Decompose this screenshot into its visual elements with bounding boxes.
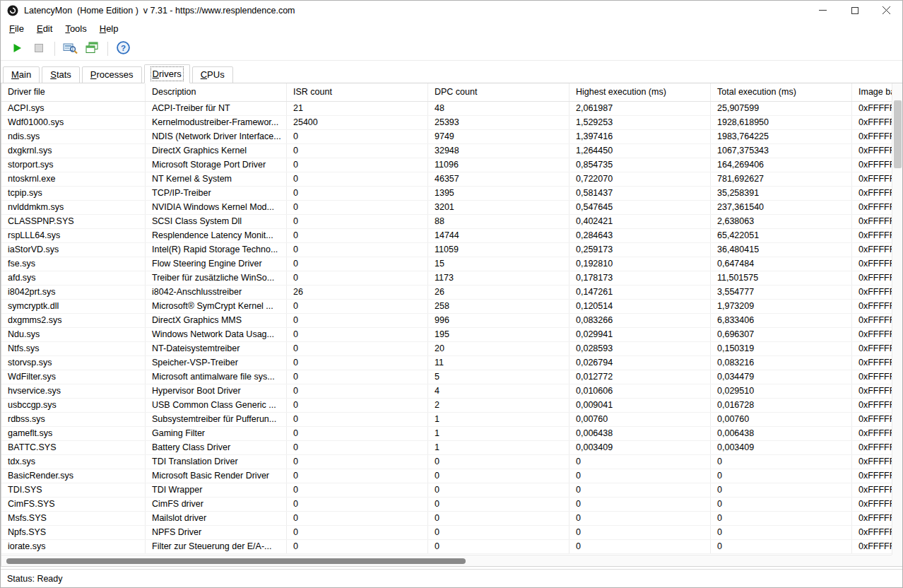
table-row[interactable]: symcryptk.dllMicrosoft® SymCrypt Kernel …: [1, 300, 903, 314]
table-row[interactable]: iaStorVD.sysIntel(R) Rapid Storage Techn…: [1, 243, 903, 257]
table-cell: 3201: [428, 201, 569, 214]
toolbar: ?: [1, 37, 902, 61]
table-cell: Hypervisor Boot Driver: [146, 384, 287, 398]
table-row[interactable]: WdFilter.sysMicrosoft antimalware file s…: [1, 370, 903, 384]
table-cell: BasicRender.sys: [1, 469, 146, 483]
column-header[interactable]: Total execution (ms): [711, 83, 852, 101]
table-row[interactable]: tdx.sysTDI Translation Driver00000xFFFFF…: [1, 455, 903, 469]
table-row[interactable]: Npfs.SYSNPFS Driver00000xFFFFF8: [1, 526, 903, 540]
table-row[interactable]: TDI.SYSTDI Wrapper00000xFFFFF8: [1, 483, 903, 498]
column-header[interactable]: DPC count: [428, 83, 569, 101]
table-cell: Microsoft® SymCrypt Kernel ...: [146, 300, 287, 313]
table-cell: TDI Wrapper: [146, 483, 287, 497]
table-row[interactable]: dxgmms2.sysDirectX Graphics MMS09960,083…: [1, 314, 903, 328]
tab-stats[interactable]: Stats: [42, 66, 80, 83]
window-title: LatencyMon (Home Edition ) v 7.31 - http…: [24, 6, 295, 16]
table-row[interactable]: Msfs.SYSMailslot driver00000xFFFFF8: [1, 512, 903, 526]
table-cell: 0: [287, 370, 428, 384]
table-cell: 11096: [428, 158, 569, 172]
table-row[interactable]: ndis.sysNDIS (Network Driver Interface..…: [1, 130, 903, 144]
report-button[interactable]: [83, 40, 101, 58]
table-row[interactable]: nvlddmkm.sysNVIDIA Windows Kernel Mod...…: [1, 201, 903, 215]
table-cell: Msfs.SYS: [1, 512, 146, 525]
table-cell: 0: [569, 526, 711, 539]
table-cell: 0: [287, 172, 428, 186]
help-button[interactable]: ?: [114, 40, 132, 58]
column-header[interactable]: ISR count: [287, 83, 428, 101]
table-cell: 0: [428, 469, 569, 483]
table-cell: 6,833406: [711, 314, 852, 327]
table-row[interactable]: gameflt.sysGaming Filter010,0064380,0064…: [1, 427, 903, 441]
table-cell: 996: [428, 314, 569, 327]
table-row[interactable]: iorate.sysFilter zur Steuerung der E/A-.…: [1, 540, 903, 554]
table-cell: Ntfs.sys: [1, 342, 146, 355]
tab-processes[interactable]: Processes: [82, 66, 142, 83]
table-cell: 32948: [428, 144, 569, 158]
table-cell: 36,480415: [711, 243, 852, 257]
vertical-scrollbar[interactable]: [892, 83, 903, 555]
table-cell: 1928,618950: [711, 116, 852, 129]
table-row[interactable]: dxgkrnl.sysDirectX Graphics Kernel032948…: [1, 144, 903, 158]
table-row[interactable]: CLASSPNP.SYSSCSI Class System Dll0880,40…: [1, 215, 903, 229]
table-row[interactable]: CimFS.SYSCimFS driver00000xFFFFF8: [1, 498, 903, 512]
table-row[interactable]: tcpip.sysTCP/IP-Treiber013950,58143735,2…: [1, 187, 903, 201]
svg-text:?: ?: [120, 44, 125, 52]
minimize-button[interactable]: [807, 1, 839, 20]
tab-strip: Main Stats Processes Drivers CPUs: [1, 61, 902, 83]
table-row[interactable]: BATTC.SYSBattery Class Driver010,0034090…: [1, 441, 903, 455]
table-cell: Kernelmodustreiber-Framewor...: [146, 116, 287, 129]
column-header[interactable]: Driver file: [1, 83, 146, 101]
table-row[interactable]: storvsp.sysSpeicher-VSP-Treiber0110,0267…: [1, 356, 903, 370]
table-row[interactable]: hvservice.sysHypervisor Boot Driver040,0…: [1, 384, 903, 399]
latencymon-window: LatencyMon (Home Edition ) v 7.31 - http…: [0, 0, 903, 588]
analyze-drivers-button[interactable]: [61, 40, 79, 58]
maximize-button[interactable]: [839, 1, 870, 20]
table-cell: 0,010606: [569, 384, 711, 398]
table-row[interactable]: ntoskrnl.exeNT Kernel & System0463570,72…: [1, 172, 903, 187]
table-cell: 0,402421: [569, 215, 711, 228]
menu-edit[interactable]: Edit: [30, 22, 59, 35]
menu-tools[interactable]: Tools: [59, 22, 93, 35]
horizontal-scrollbar-thumb[interactable]: [6, 558, 466, 564]
tab-cpus[interactable]: CPUs: [192, 66, 233, 83]
table-row[interactable]: Ndu.sysWindows Network Data Usag...01950…: [1, 328, 903, 342]
table-cell: iaStorVD.sys: [1, 243, 146, 257]
table-cell: 0: [287, 526, 428, 539]
tab-drivers[interactable]: Drivers: [144, 64, 190, 83]
table-row[interactable]: Ntfs.sysNT-Dateisystemtreiber0200,028593…: [1, 342, 903, 356]
table-row[interactable]: rdbss.sysSubsystemtreiber für Pufferun..…: [1, 413, 903, 427]
table-row[interactable]: i8042prt.sysi8042-Anschlusstreiber26260,…: [1, 286, 903, 300]
table-row[interactable]: fse.sysFlow Steering Engine Driver0150,1…: [1, 257, 903, 271]
table-cell: nvlddmkm.sys: [1, 201, 146, 214]
table-row[interactable]: usbccgp.sysUSB Common Class Generic ...0…: [1, 399, 903, 413]
table-row[interactable]: Wdf01000.sysKernelmodustreiber-Framewor.…: [1, 116, 903, 130]
table-row[interactable]: afd.sysTreiber für zusätzliche WinSo...0…: [1, 271, 903, 286]
menu-help[interactable]: Help: [93, 22, 125, 35]
vertical-scrollbar-thumb[interactable]: [894, 100, 902, 168]
table-cell: 0,009041: [569, 399, 711, 412]
table-cell: 1983,764225: [711, 130, 852, 143]
table-cell: 1173: [428, 271, 569, 285]
stop-monitor-button[interactable]: [30, 40, 48, 58]
table-row[interactable]: ACPI.sysACPI-Treiber für NT21482,0619872…: [1, 102, 903, 116]
table-cell: 2,638063: [711, 215, 852, 228]
table-cell: 0: [287, 215, 428, 228]
table-cell: 0: [287, 158, 428, 172]
table-row[interactable]: BasicRender.sysMicrosoft Basic Render Dr…: [1, 469, 903, 483]
table-cell: rdbss.sys: [1, 413, 146, 426]
column-header[interactable]: Description: [146, 83, 287, 101]
table-row[interactable]: rspLLL64.sysResplendence Latency Monit..…: [1, 229, 903, 243]
table-cell: 1,973209: [711, 300, 852, 313]
window-controls: [807, 1, 902, 20]
table-row[interactable]: storport.sysMicrosoft Storage Port Drive…: [1, 158, 903, 172]
table-cell: 48: [428, 102, 569, 115]
table-cell: 11: [428, 356, 569, 370]
table-cell: 0,854735: [569, 158, 711, 172]
menu-file[interactable]: File: [3, 22, 30, 35]
close-button[interactable]: [870, 1, 902, 20]
column-header[interactable]: Highest execution (ms): [569, 83, 711, 101]
table-cell: 0: [287, 356, 428, 370]
horizontal-scrollbar[interactable]: [1, 555, 892, 566]
start-monitor-button[interactable]: [8, 40, 26, 58]
tab-main[interactable]: Main: [3, 66, 40, 83]
